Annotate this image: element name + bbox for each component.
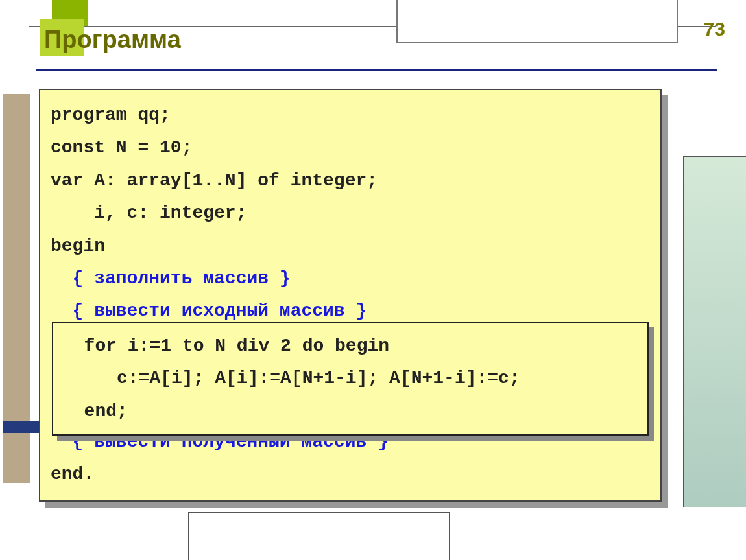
code-line: c:=A[i]; A[i]:=A[N+1-i]; A[N+1-i]:=c; (62, 368, 520, 388)
inner-code-listing: for i:=1 to N div 2 do begin c:=A[i]; A[… (52, 322, 649, 436)
code-line: end; (62, 401, 128, 421)
code-line: end. (51, 464, 94, 484)
code-comment: { вывести исходный массив } (51, 301, 367, 321)
code-line: i, c: integer; (51, 203, 247, 223)
inner-code-box: for i:=1 to N div 2 do begin c:=A[i]; A[… (52, 322, 649, 436)
code-line: const N = 10; (51, 137, 192, 158)
code-comment: { заполнить массив } (51, 268, 291, 288)
slide: 73 Программа program qq; const N = 10; v… (32, 23, 720, 516)
code-line: begin (51, 236, 105, 256)
code-line: program qq; (51, 105, 171, 125)
code-box: program qq; const N = 10; var A: array[1… (39, 89, 662, 502)
page-number: 73 (704, 18, 725, 40)
slide-title: Программа (32, 23, 720, 54)
header-rule (36, 69, 717, 71)
slide-header: Программа (32, 23, 720, 62)
code-line: var A: array[1..N] of integer; (51, 170, 378, 191)
code-line: for i:=1 to N div 2 do begin (62, 336, 389, 356)
